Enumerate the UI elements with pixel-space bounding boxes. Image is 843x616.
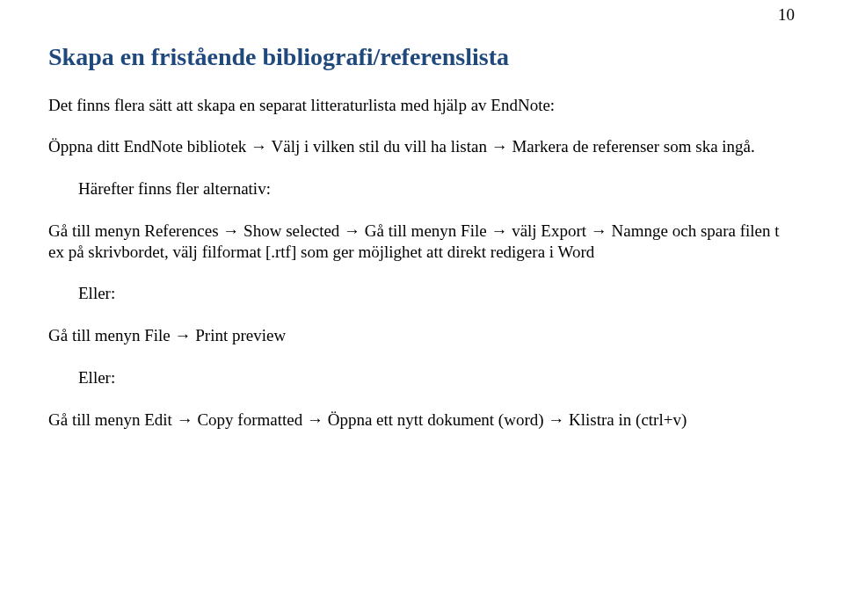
or-label-2: Eller: xyxy=(78,367,795,388)
page-heading: Skapa en fristående bibliografi/referens… xyxy=(48,42,795,72)
step-paragraph: Öppna ditt EndNote bibliotek → Välj i vi… xyxy=(48,136,795,157)
intro-paragraph: Det finns flera sätt att skapa en separa… xyxy=(48,95,795,116)
page-number: 10 xyxy=(778,5,795,25)
alternative-3: Gå till menyn Edit → Copy formatted → Öp… xyxy=(48,409,795,431)
document-page: 10 Skapa en fristående bibliografi/refer… xyxy=(0,0,843,430)
alternative-2: Gå till menyn File → Print preview xyxy=(48,325,795,346)
or-label-1: Eller: xyxy=(78,283,795,304)
alternatives-intro: Härefter finns fler alternativ: xyxy=(78,178,795,199)
alternative-1: Gå till menyn References → Show selected… xyxy=(48,221,795,263)
